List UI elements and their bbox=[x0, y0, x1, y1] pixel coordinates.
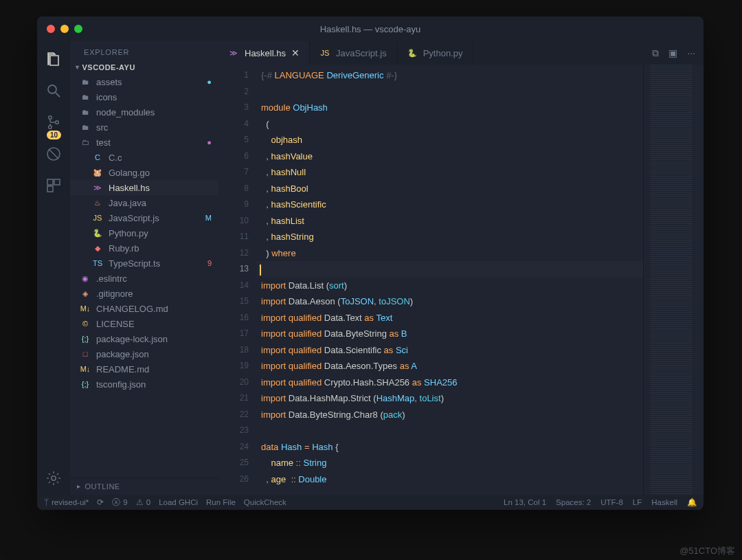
code-line-8[interactable]: , hashBool bbox=[257, 181, 643, 197]
tree-item-Haskell-hs[interactable]: ≫Haskell.hs bbox=[70, 180, 218, 195]
code-line-14[interactable]: import Data.List (sort) bbox=[257, 278, 643, 294]
search-icon[interactable] bbox=[45, 82, 62, 99]
tree-item-src[interactable]: 🖿src bbox=[70, 120, 218, 135]
warn-icon: ⚠ bbox=[136, 497, 144, 507]
code-line-18[interactable]: import qualified Data.Scientific as Sci bbox=[257, 342, 643, 359]
window-controls bbox=[47, 25, 82, 33]
status-sync[interactable]: ⟳ bbox=[97, 497, 104, 508]
code-line-5[interactable]: objhash bbox=[257, 132, 643, 148]
tree-item-TypeScript-ts[interactable]: TSTypeScript.ts9 bbox=[70, 256, 218, 271]
code-line-10[interactable]: , hashList bbox=[257, 213, 643, 229]
code-line-13[interactable] bbox=[257, 261, 643, 278]
code-line-12[interactable]: ) where bbox=[257, 245, 643, 262]
status-0[interactable]: ⚠0 bbox=[136, 497, 150, 508]
status-spaces-2[interactable]: Spaces: 2 bbox=[556, 497, 591, 507]
tree-item-Golang-go[interactable]: 🐹Golang.go bbox=[70, 165, 218, 180]
tree-item--gitignore[interactable]: ◈.gitignore bbox=[70, 286, 218, 301]
workspace-header[interactable]: VSCODE-AYU bbox=[70, 60, 218, 74]
close-window-button[interactable] bbox=[47, 25, 55, 33]
tree-item-label: JavaScript.js bbox=[109, 213, 159, 223]
code-line-20[interactable]: import qualified Crypto.Hash.SHA256 as S… bbox=[257, 374, 643, 391]
code-line-22[interactable]: import Data.ByteString.Char8 (pack) bbox=[257, 407, 643, 423]
tree-item-assets[interactable]: 🖿assets● bbox=[70, 74, 218, 89]
tree-item-label: C.c bbox=[109, 153, 122, 163]
code-line-11[interactable]: , hashString bbox=[257, 229, 643, 245]
bell-icon: 🔔 bbox=[687, 497, 697, 507]
code-line-23[interactable] bbox=[257, 423, 643, 439]
status-revised-ui-[interactable]: ᛘrevised-ui* bbox=[44, 497, 89, 508]
source-control-icon[interactable] bbox=[45, 114, 62, 131]
code-line-26[interactable]: , age :: Double bbox=[257, 471, 643, 488]
code-line-6[interactable]: , hashValue bbox=[257, 148, 643, 165]
c-icon: C bbox=[92, 152, 103, 163]
tree-item-label: assets bbox=[96, 77, 122, 87]
code-line-1[interactable]: {-# LANGUAGE DeriveGeneric #-} bbox=[257, 67, 643, 84]
more-icon[interactable]: ··· bbox=[687, 47, 695, 58]
code-line-17[interactable]: import qualified Data.ByteString as B bbox=[257, 326, 643, 342]
tree-item-icons[interactable]: 🖿icons bbox=[70, 89, 218, 104]
tab-Haskell-hs[interactable]: ≫Haskell.hs✕ bbox=[218, 41, 310, 65]
gear-icon[interactable] bbox=[45, 470, 62, 486]
window-title: Haskell.hs — vscode-ayu bbox=[37, 24, 704, 34]
tab-label: Haskell.hs bbox=[245, 48, 286, 58]
extensions-icon[interactable] bbox=[45, 177, 62, 194]
tree-item-LICENSE[interactable]: ©LICENSE bbox=[70, 316, 218, 331]
split-editor-icon[interactable]: ▣ bbox=[668, 47, 677, 58]
explorer-icon[interactable] bbox=[45, 51, 62, 67]
tree-item-README-md[interactable]: M↓README.md bbox=[70, 361, 218, 377]
tree-item-label: README.md bbox=[96, 364, 149, 374]
status-lf[interactable]: LF bbox=[633, 497, 642, 507]
code-line-3[interactable]: module ObjHash bbox=[257, 100, 643, 116]
maximize-window-button[interactable] bbox=[74, 25, 82, 33]
code-line-21[interactable]: import Data.HashMap.Strict (HashMap, toL… bbox=[257, 390, 643, 407]
status-utf-8[interactable]: UTF-8 bbox=[600, 497, 623, 507]
close-icon[interactable]: ✕ bbox=[291, 47, 300, 58]
status-quickcheck[interactable]: QuickCheck bbox=[244, 497, 286, 508]
tree-item-JavaScript-js[interactable]: JSJavaScript.jsM bbox=[70, 210, 218, 225]
code-line-24[interactable]: data Hash = Hash { bbox=[257, 439, 643, 456]
code-line-7[interactable]: , hashNull bbox=[257, 164, 643, 181]
tree-item-tsconfig-json[interactable]: {;}tsconfig.json bbox=[70, 377, 218, 392]
tree-item-test[interactable]: 🗀test● bbox=[70, 135, 218, 150]
minimap[interactable] bbox=[643, 65, 704, 495]
tab-JavaScript-js[interactable]: JSJavaScript.js bbox=[310, 41, 397, 65]
code-line-4[interactable]: ( bbox=[257, 116, 643, 133]
tree-item-Ruby-rb[interactable]: ◆Ruby.rb bbox=[70, 240, 218, 256]
tree-item-node_modules[interactable]: 🖿node_modules bbox=[70, 104, 218, 120]
minimize-window-button[interactable] bbox=[60, 25, 69, 33]
tree-item-label: CHANGELOG.md bbox=[96, 304, 168, 314]
code-line-19[interactable]: import qualified Data.Aeson.Types as A bbox=[257, 358, 643, 374]
status-ln-13-col-1[interactable]: Ln 13, Col 1 bbox=[504, 497, 546, 507]
status-bell[interactable]: 🔔 bbox=[687, 497, 697, 507]
outline-header[interactable]: OUTLINE bbox=[70, 478, 218, 495]
tree-item--eslintrc[interactable]: ◉.eslintrc bbox=[70, 271, 218, 286]
code-area[interactable]: {-# LANGUAGE DeriveGeneric #-}module Obj… bbox=[257, 65, 643, 495]
editor[interactable]: 1234567891011121314151617181920212223242… bbox=[218, 65, 704, 495]
code-line-9[interactable]: , hashScientific bbox=[257, 197, 643, 213]
tab-actions: ⧉ ▣ ··· bbox=[644, 41, 704, 65]
compare-icon[interactable]: ⧉ bbox=[652, 47, 659, 59]
folder-icon: 🖿 bbox=[80, 107, 91, 117]
status-load-ghci[interactable]: Load GHCi bbox=[159, 497, 198, 508]
tree-item-package-lock-json[interactable]: {;}package-lock.json bbox=[70, 331, 218, 346]
status-run-file[interactable]: Run File bbox=[206, 497, 236, 508]
chevron-right-icon bbox=[77, 482, 81, 491]
sidebar-title: EXPLORER bbox=[70, 41, 218, 60]
workbench: 10 EXPLORER VSCODE-AYU 🖿assets●🖿icons🖿no… bbox=[37, 41, 704, 495]
tree-item-Python-py[interactable]: 🐍Python.py bbox=[70, 225, 218, 240]
tree-item-CHANGELOG-md[interactable]: M↓CHANGELOG.md bbox=[70, 301, 218, 316]
code-line-15[interactable]: import Data.Aeson (ToJSON, toJSON) bbox=[257, 293, 643, 310]
status-haskell[interactable]: Haskell bbox=[651, 497, 677, 507]
code-line-25[interactable]: name :: String bbox=[257, 455, 643, 471]
tree-item-package-json[interactable]: □package.json bbox=[70, 346, 218, 361]
status-9[interactable]: ⓧ9 bbox=[112, 497, 127, 508]
tree-item-Java-java[interactable]: ♨Java.java bbox=[70, 195, 218, 210]
code-line-2[interactable] bbox=[257, 84, 643, 100]
code-line-16[interactable]: import qualified Data.Text as Text bbox=[257, 310, 643, 326]
debug-icon[interactable] bbox=[45, 146, 62, 162]
java-icon: ♨ bbox=[92, 197, 103, 208]
tree-item-C-c[interactable]: CC.c bbox=[70, 150, 218, 165]
sync-icon: ⟳ bbox=[97, 497, 104, 507]
tab-Python-py[interactable]: 🐍Python.py bbox=[397, 41, 473, 65]
svg-point-0 bbox=[48, 85, 56, 93]
